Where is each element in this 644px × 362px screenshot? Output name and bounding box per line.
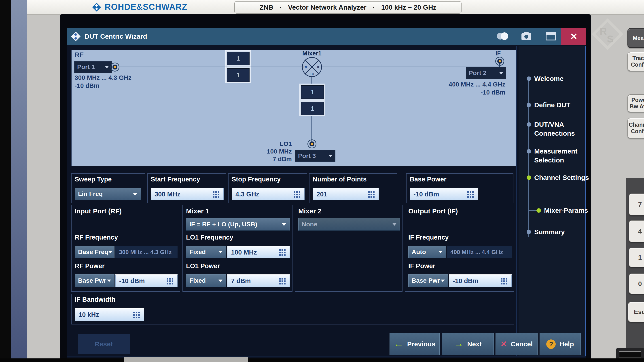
if-frequency-label: IF Frequency xyxy=(408,234,449,241)
rf-power-input[interactable]: -10 dBm xyxy=(116,274,178,287)
keypad-icon[interactable] xyxy=(279,249,281,251)
reset-label: Reset xyxy=(94,340,113,348)
dialog-titlebar: DUT Centric Wizard ✕ xyxy=(67,28,586,45)
if-freq-range: 400 MHz ... 4.4 GHz xyxy=(429,81,505,88)
lo1-power-mode-value: Fixed xyxy=(190,277,206,284)
cancel-x-icon: ✕ xyxy=(500,340,507,349)
step-define-dut[interactable]: Define DUT xyxy=(534,100,590,109)
step-mixer-params[interactable]: Mixer-Params xyxy=(544,206,591,215)
rf-frequency-label: RF Frequency xyxy=(75,234,118,241)
mixer1-title: Mixer 1 xyxy=(186,207,209,215)
if-power-mode-dropdown[interactable]: Base Pwr xyxy=(408,274,448,287)
left-black-edge xyxy=(0,0,11,362)
start-frequency-input[interactable]: 300 MHz xyxy=(151,188,224,200)
lo1-power-mode-dropdown[interactable]: Fixed xyxy=(186,274,226,287)
lo-label: LO1 xyxy=(242,140,292,147)
dialog-right-edge-line xyxy=(585,46,586,356)
stop-frequency-input[interactable]: 4.3 GHz xyxy=(232,188,304,200)
lo1-power-input[interactable]: 7 dBm xyxy=(227,274,290,287)
keypad-icon[interactable] xyxy=(501,278,502,280)
hardkey-channel-config[interactable]: Channel Config xyxy=(628,118,644,138)
mixer1-conversion-value: IF = RF + LO (Up, USB) xyxy=(190,221,257,228)
lo1-frequency-label: LO1 Frequency xyxy=(186,234,233,241)
chevron-down-icon xyxy=(392,223,396,226)
step-dot-welcome xyxy=(526,76,531,81)
lo-port-dropdown[interactable]: Port 3 xyxy=(295,150,336,162)
if-bandwidth-panel: IF Bandwidth 10 kHz xyxy=(71,294,514,325)
cancel-button[interactable]: ✕ Cancel xyxy=(496,333,538,355)
bottom-edge-strip xyxy=(0,359,644,362)
lo1-frequency-mode-dropdown[interactable]: Fixed xyxy=(186,246,226,258)
hardkey-meas[interactable]: Meas xyxy=(628,28,644,48)
if-bandwidth-input[interactable]: 10 kHz xyxy=(75,308,144,321)
mixer2-conversion-dropdown[interactable]: None xyxy=(298,218,400,231)
dock-toggle-icon[interactable] xyxy=(497,32,508,40)
mixer1-conversion-dropdown[interactable]: IF = RF + LO (Up, USB) xyxy=(186,218,290,231)
badge-range: 100 kHz – 20 GHz xyxy=(381,3,436,11)
output-port-if-panel: Output Port (IF) IF Frequency Auto 400 M… xyxy=(405,205,514,292)
base-power-input[interactable]: -10 dBm xyxy=(410,188,478,200)
chevron-down-icon xyxy=(218,251,222,253)
close-button[interactable]: ✕ xyxy=(561,28,586,45)
rf-frequency-mode-dropdown[interactable]: Base Freq xyxy=(75,246,114,258)
help-button[interactable]: ? Help xyxy=(540,333,581,355)
chevron-down-icon xyxy=(108,251,112,253)
keypad-icon[interactable] xyxy=(167,278,168,280)
keypad-icon[interactable] xyxy=(213,191,214,193)
brand-diamond-icon xyxy=(92,2,102,12)
sweep-type-dropdown[interactable]: Lin Freq xyxy=(75,188,141,200)
if-frequency-range-field: 400 MHz ... 4.4 GHz xyxy=(447,246,512,258)
attenuator-value: 1 xyxy=(311,105,314,112)
numkey-4[interactable]: 4 xyxy=(629,220,644,242)
lo1-frequency-input[interactable]: 100 MHz xyxy=(227,246,290,258)
keypad-icon[interactable] xyxy=(467,191,469,193)
instrument-front-panel: ROHDE&SCHWARZ ZNB · Vector Network Analy… xyxy=(0,0,644,362)
output-port-if-title: Output Port (IF) xyxy=(408,207,458,215)
keypad-icon[interactable] xyxy=(133,312,135,313)
number-of-points-input[interactable]: 201 xyxy=(312,188,379,200)
step-welcome[interactable]: Welcome xyxy=(534,74,590,83)
if-power-input[interactable]: -10 dBm xyxy=(449,274,512,287)
rf-power-mode-dropdown[interactable]: Base Pwr xyxy=(75,274,114,287)
mixer2-conversion-value: None xyxy=(302,221,317,228)
sweep-type-label: Sweep Type xyxy=(75,176,112,183)
numkey-7[interactable]: 7 xyxy=(629,194,644,215)
previous-button[interactable]: ← Previous xyxy=(390,333,440,355)
keypad-icon[interactable] xyxy=(294,191,296,193)
keypad-icon[interactable] xyxy=(368,191,370,193)
keypad-icon[interactable] xyxy=(279,278,281,280)
mixer-setup-diagram: RF Port 1 300 MHz ... 4.3 GHz -10 dBm 1 … xyxy=(71,50,516,166)
step-channel-settings[interactable]: Channel Settings xyxy=(534,173,590,182)
hardkey-power-bw-avg[interactable]: Power Bw Avg xyxy=(628,94,644,112)
rf-side-label: RF xyxy=(75,51,84,58)
chevron-down-icon xyxy=(105,66,109,68)
right-arrow-icon: → xyxy=(454,339,464,348)
if-side-label: IF xyxy=(496,50,501,57)
sweep-type-value: Lin Freq xyxy=(78,190,103,198)
window-restore-icon[interactable] xyxy=(546,32,556,40)
if-power-label: IF Power xyxy=(408,262,435,270)
badge-model: ZNB xyxy=(260,3,273,11)
if-bandwidth-value: 10 kHz xyxy=(78,311,99,319)
reset-button[interactable]: Reset xyxy=(78,334,130,354)
rf-port-dropdown[interactable]: Port 1 xyxy=(74,61,112,73)
numkey-0[interactable]: 0 xyxy=(629,274,644,294)
if-frequency-mode-dropdown[interactable]: Auto xyxy=(408,246,446,258)
attenuator-value: 1 xyxy=(236,55,240,62)
step-dut-vna-connections[interactable]: DUT/VNA Connections xyxy=(534,120,590,138)
mixer-if-port-label: IF xyxy=(315,65,322,69)
dialog-rs-diamond-icon xyxy=(71,31,81,41)
if-bandwidth-label: IF Bandwidth xyxy=(75,296,116,303)
dialog-title: DUT Centric Wizard xyxy=(84,33,147,40)
step-summary[interactable]: Summary xyxy=(534,228,590,236)
hardkey-trace-config[interactable]: Trace Config xyxy=(628,52,644,71)
badge-separator: · xyxy=(373,3,375,11)
screenshot-camera-icon[interactable] xyxy=(522,32,531,40)
hardkey-esc[interactable]: Esc xyxy=(628,302,644,322)
numkey-1[interactable]: 1 xyxy=(629,248,644,267)
next-button[interactable]: → Next xyxy=(442,333,494,355)
rf-line-gap-segment xyxy=(225,67,251,67)
step-measurement-selection[interactable]: Measurement Selection xyxy=(534,147,590,165)
if-port-dropdown[interactable]: Port 2 xyxy=(466,67,506,79)
lo-freq: 100 MHz xyxy=(242,148,292,155)
